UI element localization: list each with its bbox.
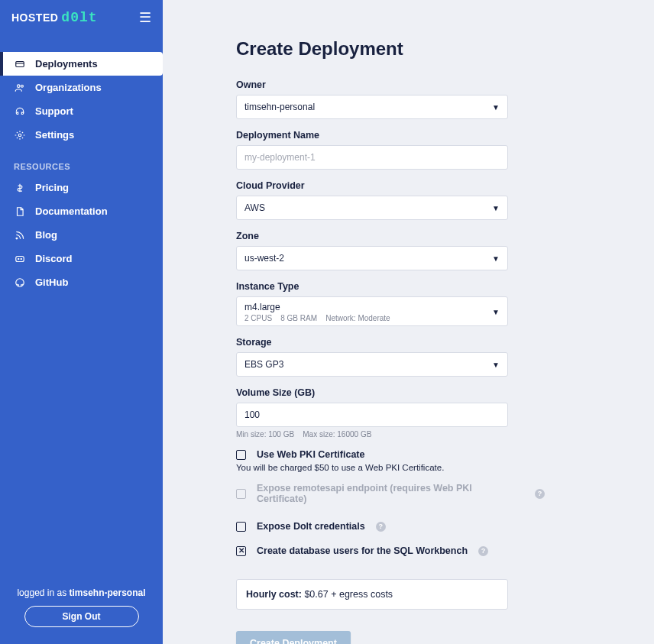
- cost-box: Hourly cost: $0.67 + egress costs: [236, 579, 508, 610]
- sidebar-item-discord[interactable]: Discord: [0, 247, 163, 270]
- sidebar-item-documentation[interactable]: Documentation: [0, 199, 163, 223]
- sidebar-item-organizations[interactable]: Organizations: [0, 76, 163, 99]
- storage-select[interactable]: EBS GP3 ▼: [236, 352, 508, 377]
- sidebar-item-github[interactable]: GitHub: [0, 270, 163, 294]
- field-instance-type: Instance Type m4.large 2 CPUS 8 GB RAM N…: [236, 281, 545, 326]
- sidebar-item-pricing[interactable]: Pricing: [0, 176, 163, 199]
- svg-point-7: [21, 258, 21, 259]
- sidebar-item-label: Documentation: [35, 205, 108, 217]
- credentials-row[interactable]: Expose Dolt credentials ?: [236, 521, 545, 532]
- chevron-down-icon: ▼: [492, 103, 500, 112]
- zone-value: us-west-2: [244, 253, 284, 264]
- remotesapi-label: Expose remotesapi endpoint (requires Web…: [257, 483, 524, 504]
- dbusers-row[interactable]: Create database users for the SQL Workbe…: [236, 545, 545, 556]
- svg-point-6: [18, 258, 19, 259]
- brand-dolt: d0lt: [61, 10, 97, 25]
- signout-button[interactable]: Sign Out: [24, 606, 139, 627]
- sidebar-nav: Deployments Organizations Support Settin…: [0, 52, 163, 294]
- cloud-select[interactable]: AWS ▼: [236, 196, 508, 220]
- chevron-down-icon: ▼: [492, 254, 500, 263]
- owner-label: Owner: [236, 79, 545, 90]
- storage-label: Storage: [236, 337, 545, 348]
- volume-hint-min: Min size: 100 GB: [236, 430, 294, 439]
- page-title: Create Deployment: [236, 38, 654, 60]
- sidebar-item-label: Pricing: [35, 182, 69, 193]
- instance-net: Network: Moderate: [325, 314, 390, 322]
- sidebar-item-label: Organizations: [35, 82, 102, 93]
- sidebar-item-label: Deployments: [35, 58, 98, 70]
- help-icon[interactable]: ?: [478, 546, 488, 556]
- cost-prefix: Hourly cost:: [246, 589, 304, 600]
- zone-label: Zone: [236, 231, 545, 241]
- headset-icon: [14, 106, 26, 117]
- svg-point-1: [18, 84, 21, 87]
- owner-value: timsehn-personal: [244, 102, 315, 112]
- sidebar-item-label: Blog: [35, 229, 57, 241]
- chevron-down-icon: ▼: [492, 361, 500, 369]
- field-owner: Owner timsehn-personal ▼: [236, 79, 545, 119]
- sidebar-item-settings[interactable]: Settings: [0, 123, 163, 147]
- sidebar-item-label: GitHub: [35, 277, 68, 288]
- dbusers-label: Create database users for the SQL Workbe…: [257, 545, 468, 556]
- owner-select[interactable]: timsehn-personal ▼: [236, 95, 508, 119]
- instance-value: m4.large: [244, 302, 390, 312]
- field-storage: Storage EBS GP3 ▼: [236, 337, 545, 377]
- field-volume-size: Volume Size (GB) Min size: 100 GB Max si…: [236, 387, 545, 439]
- sidebar-item-deployments[interactable]: Deployments: [0, 52, 163, 76]
- chevron-down-icon: ▼: [492, 204, 500, 212]
- menu-icon[interactable]: ☰: [139, 9, 151, 26]
- chevron-down-icon: ▼: [492, 308, 500, 316]
- remotesapi-checkbox: [236, 489, 246, 499]
- sidebar-item-label: Support: [35, 105, 73, 117]
- sidebar-item-label: Settings: [35, 129, 74, 141]
- name-input[interactable]: [236, 145, 508, 170]
- sidebar: HOSTED d0lt ☰ Deployments Organizations …: [0, 0, 163, 644]
- volume-hint: Min size: 100 GB Max size: 16000 GB: [236, 430, 545, 439]
- remotesapi-row: Expose remotesapi endpoint (requires Web…: [236, 483, 545, 504]
- zone-select[interactable]: us-west-2 ▼: [236, 246, 508, 270]
- sidebar-item-label: Discord: [35, 253, 72, 264]
- webpki-row[interactable]: Use Web PKI Certificate: [236, 449, 545, 460]
- sidebar-item-blog[interactable]: Blog: [0, 223, 163, 247]
- logged-in-user: timsehn-personal: [70, 587, 146, 598]
- main-content: Create Deployment Owner timsehn-personal…: [163, 0, 654, 644]
- logged-in-text: logged in as timsehn-personal: [14, 587, 149, 598]
- gear-icon: [14, 130, 26, 141]
- cloud-value: AWS: [244, 202, 265, 213]
- rss-icon: [14, 230, 26, 241]
- cloud-label: Cloud Provider: [236, 180, 545, 191]
- webpki-checkbox[interactable]: [236, 450, 246, 460]
- svg-rect-5: [16, 256, 24, 261]
- create-deployment-form: Owner timsehn-personal ▼ Deployment Name…: [236, 79, 545, 644]
- field-deployment-name: Deployment Name: [236, 130, 545, 170]
- svg-point-8: [16, 278, 24, 286]
- instance-meta: 2 CPUS 8 GB RAM Network: Moderate: [244, 314, 390, 322]
- resources-label: RESOURCES: [0, 147, 163, 176]
- svg-point-4: [16, 238, 18, 239]
- logged-in-prefix: logged in as: [17, 587, 69, 598]
- create-deployment-button[interactable]: Create Deployment: [236, 631, 351, 644]
- instance-select[interactable]: m4.large 2 CPUS 8 GB RAM Network: Modera…: [236, 296, 508, 326]
- help-icon[interactable]: ?: [535, 489, 545, 499]
- dbusers-checkbox[interactable]: [236, 546, 246, 556]
- svg-rect-0: [16, 61, 24, 66]
- field-zone: Zone us-west-2 ▼: [236, 231, 545, 270]
- brand-logo[interactable]: HOSTED d0lt: [11, 10, 98, 25]
- credentials-checkbox[interactable]: [236, 522, 246, 532]
- help-icon[interactable]: ?: [376, 522, 386, 532]
- credentials-label: Expose Dolt credentials: [257, 521, 365, 532]
- volume-input[interactable]: [236, 403, 508, 427]
- discord-icon: [14, 254, 26, 264]
- instance-label: Instance Type: [236, 281, 545, 292]
- sidebar-item-support[interactable]: Support: [0, 99, 163, 123]
- name-label: Deployment Name: [236, 130, 545, 141]
- document-icon: [14, 206, 26, 217]
- brand-hosted: HOSTED: [11, 11, 58, 24]
- github-icon: [14, 277, 26, 288]
- volume-label: Volume Size (GB): [236, 387, 545, 398]
- volume-hint-max: Max size: 16000 GB: [303, 430, 371, 439]
- database-icon: [14, 59, 26, 70]
- webpki-note: You will be charged $50 to use a Web PKI…: [236, 463, 545, 472]
- sidebar-footer: logged in as timsehn-personal Sign Out: [0, 577, 163, 644]
- sidebar-header: HOSTED d0lt ☰: [0, 0, 163, 35]
